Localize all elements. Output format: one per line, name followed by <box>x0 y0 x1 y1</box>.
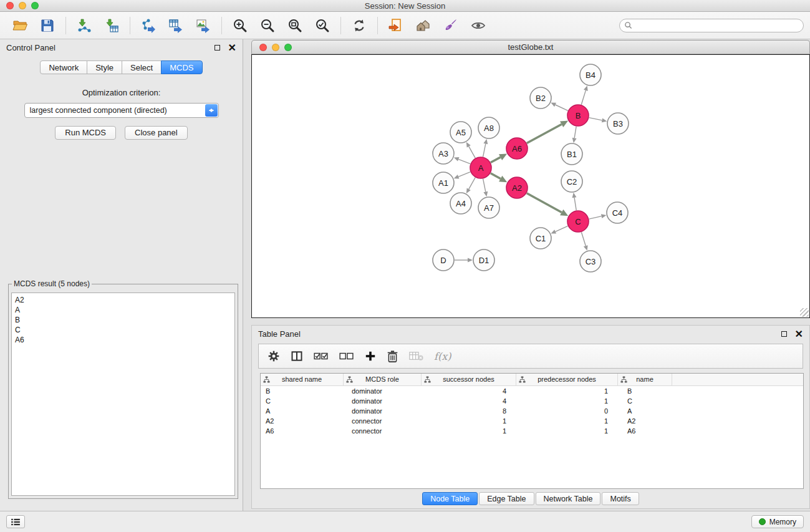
graph-node-D1[interactable]: D1 <box>473 249 494 271</box>
close-panel-icon[interactable]: ✕ <box>228 43 236 53</box>
table-row[interactable]: Bdominator41B <box>261 386 803 396</box>
style-details-button[interactable] <box>437 14 465 37</box>
memory-button[interactable]: Memory <box>751 515 804 528</box>
tab-edge-table[interactable]: Edge Table <box>479 492 534 505</box>
table-cell[interactable]: 8 <box>422 406 516 416</box>
zoom-fit-button[interactable] <box>281 14 309 37</box>
network-graph[interactable]: B4B2BB3A8A5A6A3B1AC2A1A2A4A7C4CC1C3DD1 <box>252 55 809 317</box>
graph-edge[interactable] <box>483 143 486 157</box>
graph-node-A[interactable]: A <box>470 157 491 178</box>
table-row[interactable]: Adominator80A <box>261 406 803 416</box>
graph-edge[interactable] <box>581 90 586 105</box>
table-cell[interactable]: 4 <box>422 386 516 396</box>
graph-node-C3[interactable]: C3 <box>580 251 601 272</box>
graph-edge[interactable] <box>491 157 501 162</box>
graph-edge[interactable] <box>589 216 602 219</box>
column-header[interactable]: shared name <box>261 374 344 386</box>
table-cell[interactable]: 1 <box>516 386 618 396</box>
run-mcds-button[interactable]: Run MCDS <box>55 126 116 140</box>
table-cell[interactable]: 1 <box>422 426 516 436</box>
mcds-result-item[interactable]: B <box>12 315 234 325</box>
graph-node-C2[interactable]: C2 <box>561 171 582 192</box>
close-window-button[interactable] <box>6 2 14 9</box>
export-image-button[interactable] <box>190 14 217 37</box>
table-cell[interactable]: B <box>261 386 344 396</box>
table-cell[interactable]: B <box>618 386 672 396</box>
import-network-button[interactable] <box>70 14 98 37</box>
graph-edge[interactable] <box>556 105 568 110</box>
graph-node-A1[interactable]: A1 <box>433 172 454 193</box>
graph-node-C1[interactable]: C1 <box>530 228 551 249</box>
search-input[interactable] <box>635 21 799 30</box>
network-canvas[interactable]: B4B2BB3A8A5A6A3B1AC2A1A2A4A7C4CC1C3DD1 <box>251 54 810 318</box>
delete-column-button[interactable] <box>387 350 398 363</box>
maximize-network-button[interactable] <box>284 44 292 51</box>
graph-edge[interactable] <box>556 226 568 231</box>
graph-node-B2[interactable]: B2 <box>530 87 551 109</box>
zoom-in-button[interactable] <box>226 14 254 37</box>
graph-node-B[interactable]: B <box>567 105 589 126</box>
graph-node-A8[interactable]: A8 <box>478 117 499 138</box>
resize-grip-icon[interactable] <box>800 308 809 317</box>
import-table-button[interactable] <box>98 14 125 37</box>
zoom-out-button[interactable] <box>254 14 281 37</box>
table-cell[interactable]: A2 <box>261 416 344 426</box>
graph-node-C4[interactable]: C4 <box>607 202 628 223</box>
mcds-result-item[interactable]: C <box>12 325 234 335</box>
table-row[interactable]: A6connector11A6 <box>261 426 803 436</box>
graph-edge[interactable] <box>491 173 501 179</box>
refresh-button[interactable] <box>345 14 373 37</box>
maximize-window-button[interactable] <box>31 2 39 9</box>
graph-node-C[interactable]: C <box>567 211 589 232</box>
tab-node-table[interactable]: Node Table <box>422 492 478 505</box>
export-table-button[interactable] <box>162 14 190 37</box>
tab-network[interactable]: Network <box>40 60 87 74</box>
graph-node-A7[interactable]: A7 <box>478 197 499 218</box>
graph-node-A4[interactable]: A4 <box>450 193 471 214</box>
column-header[interactable]: predecessor nodes <box>516 374 618 386</box>
graph-node-D[interactable]: D <box>433 249 454 271</box>
unselect-all-columns-button[interactable] <box>339 351 354 362</box>
table-row[interactable]: A2connector11A2 <box>261 416 803 426</box>
column-header[interactable]: MCDS role <box>344 374 422 386</box>
table-cell[interactable]: dominator <box>344 406 422 416</box>
graph-node-B4[interactable]: B4 <box>580 64 601 85</box>
table-cell[interactable]: 1 <box>422 416 516 426</box>
graph-node-A3[interactable]: A3 <box>433 143 454 164</box>
table-cell[interactable]: A6 <box>261 426 344 436</box>
show-columns-button[interactable] <box>291 350 303 362</box>
table-cell[interactable]: A2 <box>618 416 672 426</box>
create-column-button[interactable] <box>365 351 376 362</box>
table-cell[interactable]: 1 <box>516 396 618 406</box>
function-builder-button[interactable]: f(x) <box>434 351 451 362</box>
graph-edge[interactable] <box>483 179 486 192</box>
network-window-titlebar[interactable]: testGlobe.txt <box>251 40 810 54</box>
close-network-button[interactable] <box>259 44 267 51</box>
close-table-panel-icon[interactable]: ✕ <box>795 329 803 339</box>
show-hide-panels-button[interactable] <box>410 14 437 37</box>
zoom-selected-button[interactable] <box>309 14 336 37</box>
tab-mcds[interactable]: MCDS <box>161 60 202 74</box>
table-cell[interactable]: C <box>261 396 344 406</box>
mcds-result-list[interactable]: A2ABCA6 <box>11 293 235 496</box>
delete-table-button[interactable] <box>409 351 423 362</box>
graph-edge[interactable] <box>581 232 586 246</box>
table-cell[interactable]: 1 <box>516 416 618 426</box>
mcds-result-item[interactable]: A <box>12 305 234 315</box>
graphics-details-button[interactable] <box>465 14 492 37</box>
graph-edge[interactable] <box>527 193 562 213</box>
table-cell[interactable]: 1 <box>516 426 618 436</box>
table-cell[interactable]: 0 <box>516 406 618 416</box>
float-table-panel-icon[interactable] <box>781 331 787 337</box>
graph-node-B1[interactable]: B1 <box>561 143 582 165</box>
table-cell[interactable]: A6 <box>618 426 672 436</box>
select-all-columns-button[interactable] <box>314 351 329 362</box>
table-cell[interactable]: connector <box>344 416 422 426</box>
graph-edge[interactable] <box>574 198 576 211</box>
graph-node-A2[interactable]: A2 <box>506 177 528 198</box>
table-row[interactable]: Cdominator41C <box>261 396 803 406</box>
graph-node-B3[interactable]: B3 <box>607 113 629 134</box>
tab-motifs[interactable]: Motifs <box>602 492 639 505</box>
mcds-result-item[interactable]: A2 <box>12 295 234 305</box>
tab-network-table[interactable]: Network Table <box>536 492 601 505</box>
